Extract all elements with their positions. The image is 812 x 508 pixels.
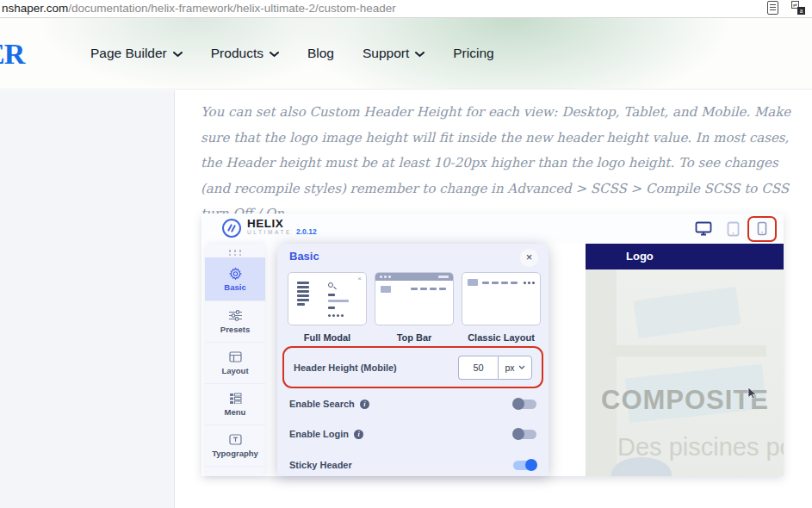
- menu-list-icon: [229, 392, 242, 405]
- layout-icon: [229, 350, 242, 363]
- page-url[interactable]: nshaper.com/documentation/helix-framewor…: [2, 2, 396, 15]
- embedded-screenshot: HELIX ULTIMATE 2.0.12: [201, 214, 784, 476]
- site-header: ER Page Builder Products Blog Support Pr…: [0, 18, 812, 90]
- reader-mode-icon[interactable]: [767, 1, 778, 15]
- desktop-icon: [695, 221, 712, 236]
- nav-products[interactable]: Products: [211, 46, 279, 61]
- sidebar-item-label: Layout: [221, 366, 248, 375]
- docs-sidebar: [0, 90, 175, 508]
- joomshaper-logo[interactable]: ER: [0, 38, 24, 71]
- translate-icon-target: a: [797, 7, 805, 15]
- chevron-down-icon: [518, 365, 525, 369]
- gear-icon: [229, 267, 242, 280]
- helix-brand-name: HELIX: [247, 218, 292, 229]
- top-bar-thumbnail: [375, 272, 454, 325]
- sidebar-item-menu[interactable]: Menu: [205, 384, 265, 425]
- sticky-header-row: Sticky Header: [289, 458, 536, 472]
- url-host: nshaper.com: [2, 2, 68, 15]
- typography-icon: [229, 433, 242, 446]
- modal-title: Basic: [289, 250, 319, 263]
- preview-caption-text: Des piscines po: [617, 433, 784, 462]
- sidebar-item-label: Menu: [225, 407, 246, 417]
- mobile-preview: Logo COMPOSITE Des piscines po: [586, 244, 784, 476]
- nav-pricing[interactable]: Pricing: [453, 46, 493, 61]
- sticky-header-toggle[interactable]: [513, 461, 536, 470]
- option-label: Full Modal: [288, 332, 367, 343]
- option-top-bar[interactable]: Top Bar: [375, 272, 454, 343]
- nav-page-builder[interactable]: Page Builder: [90, 46, 183, 61]
- option-full-modal[interactable]: × Full Modal: [288, 272, 367, 343]
- device-preview-switcher: [689, 214, 777, 244]
- sidebar-item-presets[interactable]: Presets: [205, 301, 265, 343]
- helix-logo: HELIX ULTIMATE 2.0.12: [222, 218, 317, 238]
- header-height-unit-select[interactable]: px: [498, 356, 532, 380]
- preview-logo-text: Logo: [626, 250, 654, 263]
- chevron-down-icon: [270, 52, 279, 58]
- enable-login-row: Enable Login i: [289, 427, 536, 441]
- basic-settings-modal: Basic × × Full Modal: [277, 244, 549, 476]
- preview-hero-image: COMPOSITE Des piscines po: [586, 269, 784, 476]
- full-modal-thumbnail: ×: [288, 272, 367, 325]
- drag-handle-icon[interactable]: [228, 250, 242, 256]
- enable-search-toggle[interactable]: [513, 400, 536, 409]
- nav-blog[interactable]: Blog: [307, 46, 334, 61]
- close-icon[interactable]: ×: [520, 249, 538, 267]
- sliders-icon: [229, 309, 242, 322]
- helix-version: 2.0.12: [296, 227, 317, 236]
- mobile-icon: [757, 221, 767, 236]
- url-path: /documentation/helix-framework/helix-ult…: [68, 2, 395, 15]
- header-layout-options: × Full Modal: [288, 272, 541, 343]
- sidebar-item-basic[interactable]: Basic: [205, 257, 265, 301]
- helix-logo-icon: [222, 219, 241, 238]
- header-height-input[interactable]: [458, 356, 498, 380]
- main-navigation: Page Builder Products Blog Support Prici…: [90, 18, 494, 89]
- sidebar-item-layout[interactable]: Layout: [205, 343, 265, 384]
- tablet-preview-button[interactable]: [718, 216, 747, 242]
- sidebar-item-label: Typography: [212, 449, 258, 458]
- chevron-down-icon: [415, 52, 425, 58]
- browser-url-bar[interactable]: nshaper.com/documentation/helix-framewor…: [0, 0, 812, 18]
- option-classic-layout[interactable]: Classic Layout: [462, 272, 541, 343]
- option-label: Top Bar: [375, 332, 454, 343]
- header-height-row-highlighted: Header Height (Mobile) px: [282, 346, 543, 388]
- doc-paragraph: You can set also Custom Header Height fo…: [201, 100, 793, 227]
- preview-site-header: Logo: [586, 244, 784, 269]
- page: nshaper.com/documentation/helix-framewor…: [0, 0, 812, 508]
- enable-search-row: Enable Search i: [289, 397, 536, 411]
- header-height-label: Header Height (Mobile): [294, 362, 397, 373]
- desktop-preview-button[interactable]: [689, 216, 718, 242]
- settings-sidebar: Basic Presets Layout: [205, 244, 265, 476]
- preview-watermark-text: COMPOSITE: [601, 385, 769, 416]
- enable-login-label: Enable Login: [289, 429, 349, 439]
- cursor-arrow: [747, 387, 757, 399]
- option-label: Classic Layout: [462, 332, 541, 343]
- enable-search-label: Enable Search: [289, 399, 355, 409]
- chevron-down-icon: [173, 52, 183, 58]
- mobile-preview-button-highlighted[interactable]: [747, 216, 777, 242]
- tablet-icon: [727, 221, 740, 237]
- sidebar-item-typography[interactable]: Typography: [205, 425, 265, 467]
- sticky-header-label: Sticky Header: [289, 460, 352, 470]
- info-icon[interactable]: i: [360, 400, 369, 409]
- helix-top-bar: HELIX ULTIMATE 2.0.12: [201, 214, 784, 244]
- info-icon[interactable]: i: [354, 430, 363, 439]
- sidebar-item-label: Basic: [224, 282, 245, 292]
- sidebar-item-label: Presets: [220, 325, 250, 334]
- helix-panel-body: Basic Presets Layout: [201, 244, 784, 476]
- translate-icon[interactable]: ⇄ a: [791, 1, 805, 15]
- helix-brand-tier: ULTIMATE: [247, 229, 292, 236]
- nav-support[interactable]: Support: [363, 46, 425, 61]
- classic-layout-thumbnail: [462, 272, 541, 325]
- enable-login-toggle[interactable]: [513, 430, 536, 439]
- search-icon: [328, 282, 333, 288]
